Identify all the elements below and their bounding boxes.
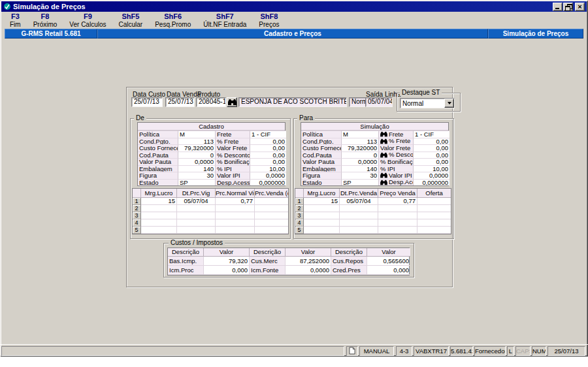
- restore-button[interactable]: [563, 3, 573, 11]
- grid-header: Oferta: [417, 189, 451, 198]
- field-value[interactable]: 0: [342, 152, 379, 159]
- field-value[interactable]: 0,00: [414, 158, 449, 165]
- field-value[interactable]: 10,00: [414, 165, 449, 172]
- field-label: Valor Frete: [216, 144, 250, 152]
- destaque-st-value: Normal: [402, 99, 423, 108]
- cost-label: Icm.Fonte: [250, 266, 286, 275]
- toolbar-button-pesq-promo[interactable]: ShF6 Pesq.Promo: [152, 12, 194, 28]
- field-value[interactable]: 30: [342, 172, 379, 179]
- minimize-button[interactable]: [553, 3, 563, 11]
- binoculars-icon[interactable]: [380, 180, 387, 185]
- table-row: Embalagem 140 % IPI 10,00: [138, 165, 285, 172]
- field-label-text: Valor IPI: [389, 172, 412, 179]
- grid-cell[interactable]: [340, 205, 378, 212]
- table-header-row: Descrição Valor Descrição Valor Descriçã…: [168, 248, 409, 257]
- grid-cell: [216, 212, 255, 219]
- status-context: Fornecedor: [474, 346, 506, 356]
- grid-cell: [255, 212, 288, 219]
- field-label: % Frete: [379, 138, 414, 145]
- grid-cell[interactable]: [340, 219, 378, 227]
- toolbar-button-precos[interactable]: ShF8 Preços: [255, 12, 282, 28]
- grid-cell[interactable]: [417, 205, 451, 212]
- data-venda-input[interactable]: 25/07/13: [165, 97, 195, 107]
- grid-cell[interactable]: [304, 205, 340, 212]
- field-label: Política: [138, 131, 178, 138]
- field-value[interactable]: 0,000000: [414, 179, 449, 186]
- row-number: 2: [295, 205, 304, 212]
- field-value[interactable]: 1 - CIF: [414, 131, 449, 138]
- grid-cell[interactable]: [304, 219, 340, 227]
- grid-cell: [177, 205, 216, 212]
- status-date: 25/07/13: [547, 346, 585, 356]
- close-button[interactable]: [575, 3, 585, 11]
- grid-cell: [255, 205, 288, 212]
- field-label: % Desconto: [216, 152, 250, 159]
- binoculars-icon[interactable]: [380, 138, 387, 144]
- grid-cell[interactable]: [378, 219, 417, 227]
- grid-cell[interactable]: [417, 212, 451, 219]
- field-label: Valor Pauta: [138, 158, 178, 165]
- field-value: M: [178, 131, 216, 138]
- field-value[interactable]: 79,320000: [342, 144, 379, 152]
- grid-cell[interactable]: [378, 205, 417, 212]
- toolbar-button-proximo[interactable]: F8 Próximo: [30, 12, 61, 28]
- grid-cell[interactable]: 0,77: [378, 198, 417, 205]
- cost-value: 87,252000: [286, 257, 331, 266]
- field-value[interactable]: 0,00: [414, 152, 449, 159]
- de-group-label: De: [134, 115, 146, 121]
- grid-cell[interactable]: [378, 212, 417, 219]
- grid-header: Prc.Normal Vig: [216, 189, 255, 198]
- grid-cell[interactable]: [304, 212, 340, 219]
- data-custo-input[interactable]: 25/07/13: [131, 97, 163, 107]
- grid-cell[interactable]: 05/07/04: [340, 198, 378, 205]
- destaque-st-dropdown[interactable]: Normal: [400, 98, 455, 108]
- chevron-down-icon: [448, 102, 451, 104]
- grid-cell[interactable]: [417, 219, 451, 227]
- field-value[interactable]: 0,0000: [414, 172, 449, 179]
- grid-cell: [177, 219, 216, 227]
- field-value[interactable]: SP: [342, 179, 379, 186]
- field-value: SP: [178, 179, 216, 186]
- app-icon[interactable]: [3, 3, 11, 10]
- field-label: Figura: [138, 172, 178, 179]
- field-value[interactable]: 0,00: [414, 144, 449, 152]
- field-label: Cod.Pauta: [138, 152, 178, 159]
- field-label: Embalagem: [301, 165, 342, 172]
- grid-cell[interactable]: 15: [304, 198, 340, 205]
- table-row: Cod.Pauta 0 % Desconto 0,00: [301, 152, 448, 159]
- field-label-text: % Desconto: [389, 152, 414, 158]
- toolbar-button-fim[interactable]: F3 Fim: [7, 12, 24, 28]
- field-label: % IPI: [216, 165, 250, 172]
- binoculars-icon[interactable]: [380, 131, 387, 137]
- grid-cell[interactable]: [378, 227, 417, 234]
- field-value[interactable]: 0,00: [414, 138, 449, 145]
- field-label: % Bonificação: [216, 158, 250, 165]
- field-value[interactable]: M: [342, 131, 379, 138]
- field-label: Desp.Acess.: [216, 179, 250, 186]
- grid-cell[interactable]: [304, 227, 340, 234]
- field-label: Frete: [379, 131, 414, 138]
- grid-cell[interactable]: [417, 227, 451, 234]
- binoculars-icon[interactable]: [380, 152, 387, 158]
- field-value: 0,000000: [250, 179, 286, 186]
- produto-search-button[interactable]: [227, 97, 237, 107]
- field-value[interactable]: 140: [342, 165, 379, 172]
- field-value[interactable]: 0,0000: [342, 158, 379, 165]
- toolbar-button-calcular[interactable]: ShF5 Calcular: [116, 12, 146, 28]
- field-label: Estado: [301, 179, 342, 186]
- binoculars-icon[interactable]: [380, 172, 387, 178]
- field-label: Valor IPI: [379, 172, 414, 179]
- toolbar-button-ult-nf-entrada[interactable]: ShF7 Últ.NF Entrada: [200, 12, 250, 28]
- grid-cell[interactable]: [340, 212, 378, 219]
- field-value[interactable]: 113: [342, 138, 379, 145]
- dropdown-arrow-button[interactable]: [444, 99, 454, 108]
- cost-label: Cus.Repos: [331, 257, 367, 266]
- field-label: % Bonificação: [379, 158, 414, 165]
- field-value: 0: [178, 152, 216, 159]
- grid-row: 5: [133, 227, 288, 234]
- toolbar-button-ver-calculos[interactable]: F9 Ver Calculos: [66, 12, 109, 28]
- produto-code-input[interactable]: 208045-1: [196, 97, 226, 107]
- grid-cell[interactable]: [340, 227, 378, 234]
- toolbar-label: Ver Calculos: [69, 21, 106, 28]
- grid-cell[interactable]: [417, 198, 451, 205]
